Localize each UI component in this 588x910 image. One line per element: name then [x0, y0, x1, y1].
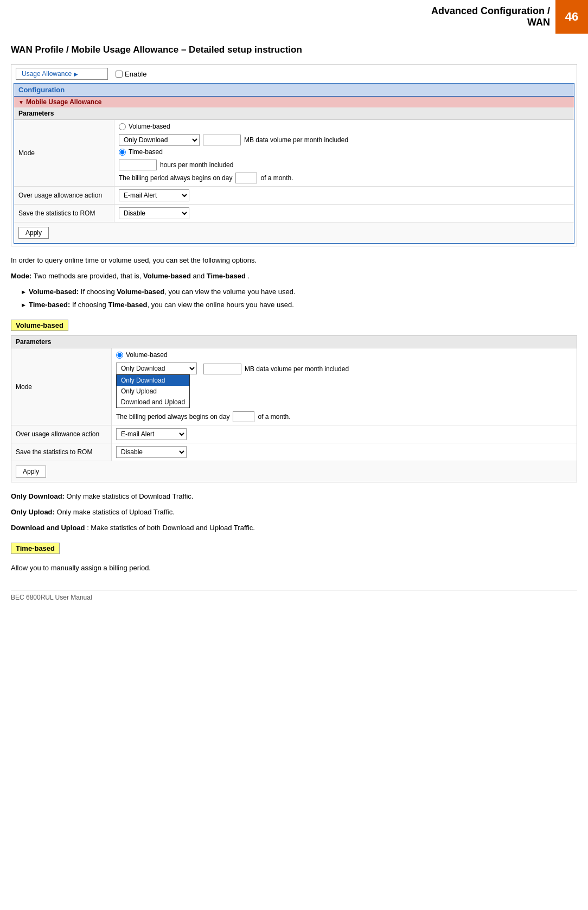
- save-stats-row: Save the statistics to ROM Disable Enabl…: [14, 205, 574, 222]
- collapse-arrow-icon: ▼: [18, 99, 24, 105]
- volume-mode-row: Mode Volume-based Only Download Only Upl…: [11, 348, 577, 425]
- download-upload-desc: Download and Upload : Make statistics of…: [11, 523, 577, 534]
- page-number: 46: [555, 0, 588, 34]
- dropdown-container: Only Download Only Upload Download and U…: [116, 362, 197, 374]
- hours-input[interactable]: 720: [119, 160, 157, 170]
- volume-mode-select2[interactable]: Only Download Only Upload Download and U…: [116, 362, 197, 374]
- volume-options-row: Only Download Only Upload Download and U…: [119, 134, 570, 146]
- volume-radio2[interactable]: [116, 352, 123, 359]
- save-stats-label: Save the statistics to ROM: [14, 205, 114, 222]
- enable-checkbox[interactable]: [116, 71, 123, 78]
- arrow-icon: ▶: [74, 71, 78, 77]
- only-download-desc: Only Download: Only make statistics of D…: [11, 491, 577, 502]
- only-upload-bold: Only Upload:: [11, 508, 55, 516]
- only-upload-desc: Only Upload: Only make statistics of Upl…: [11, 507, 577, 518]
- volume-based-section: Volume-based Parameters Mode Volume-base…: [11, 320, 577, 533]
- billing-day-row2: The billing period always begins on day …: [116, 411, 572, 422]
- volume-radio2-row: Volume-based: [116, 351, 572, 359]
- dropdown-list: Only Download Only Upload Download and U…: [116, 374, 190, 408]
- volume-mode-select[interactable]: Only Download Only Upload Download and U…: [119, 134, 200, 146]
- dd-item-download-upload[interactable]: Download and Upload: [117, 397, 189, 408]
- save-stats-value2: Disable Enable: [112, 443, 577, 461]
- only-upload-text: Only make statistics of Upload Traffic.: [57, 508, 175, 516]
- time-based-label: Time-based: [11, 543, 60, 554]
- volume-mode-value: Volume-based Only Download Only Upload D…: [112, 348, 577, 425]
- intro-text: In order to query online time or volume …: [11, 255, 577, 266]
- params-header: Parameters: [14, 107, 574, 120]
- save-stats-select2[interactable]: Disable Enable: [116, 446, 187, 458]
- time-radio-row: Time-based: [119, 148, 570, 156]
- volume-panel: Parameters Mode Volume-based Only Downlo…: [11, 335, 577, 482]
- save-stats-row2: Save the statistics to ROM Disable Enabl…: [11, 443, 577, 461]
- over-usage-value2: E-mail Alert Block None: [112, 425, 577, 443]
- time-list-item: Time-based: If choosing Time-based, you …: [22, 300, 577, 311]
- volume-based-radio[interactable]: [119, 123, 126, 130]
- page-main-title: WAN Profile / Mobile Usage Allowance – D…: [11, 44, 577, 55]
- mode-list: Volume-based: If choosing Volume-based, …: [11, 287, 577, 311]
- desc-section-1: In order to query online time or volume …: [11, 255, 577, 311]
- billing-day-row: The billing period always begins on day …: [119, 173, 570, 183]
- download-upload-text: : Make statistics of both Download and U…: [87, 524, 255, 532]
- over-usage-label2: Over usage allowance action: [11, 425, 112, 443]
- page-header: Advanced Configuration / WAN 46: [0, 0, 588, 34]
- over-usage-row: Over usage allowance action E-mail Alert…: [14, 187, 574, 205]
- footer-text: BEC 6800RUL User Manual: [11, 594, 92, 601]
- save-stats-label2: Save the statistics to ROM: [11, 443, 112, 461]
- volume-dropdown-row: Only Download Only Upload Download and U…: [116, 362, 572, 374]
- save-stats-value: Disable Enable: [114, 205, 574, 222]
- usage-allowance-button[interactable]: Usage Allowance ▶: [16, 68, 108, 80]
- mb-volume-input[interactable]: [203, 135, 241, 145]
- download-upload-bold: Download and Upload: [11, 524, 85, 532]
- apply-button[interactable]: Apply: [18, 227, 49, 239]
- main-content: WAN Profile / Mobile Usage Allowance – D…: [0, 39, 588, 612]
- over-usage-row2: Over usage allowance action E-mail Alert…: [11, 425, 577, 443]
- over-usage-select-row2: E-mail Alert Block None: [116, 428, 572, 440]
- mb-input-row: MB data volume per month included: [203, 362, 349, 374]
- mode-bold: Mode:: [11, 272, 31, 280]
- time-based-desc: Allow you to manually assign a billing p…: [11, 563, 577, 574]
- params-container: Parameters Mode Volume-based: [14, 107, 574, 222]
- apply-button2[interactable]: Apply: [16, 466, 46, 478]
- volume-list-item: Volume-based: If choosing Volume-based, …: [22, 287, 577, 298]
- footer: BEC 6800RUL User Manual: [11, 590, 577, 601]
- volume-bold-inline: Volume-based: [143, 272, 191, 280]
- time-options-row: 720 hours per month included: [119, 160, 570, 170]
- apply-row: Apply: [14, 222, 574, 243]
- time-based-radio[interactable]: [119, 149, 126, 156]
- billing-day-input2[interactable]: 1: [233, 411, 254, 422]
- config-header: Configuration: [14, 84, 574, 97]
- over-usage-select[interactable]: E-mail Alert Block None: [119, 189, 189, 201]
- over-usage-select-row: E-mail Alert Block None: [119, 189, 570, 201]
- over-usage-value: E-mail Alert Block None: [114, 187, 574, 204]
- ua-header-row: Usage Allowance ▶ Enable: [11, 65, 577, 83]
- mode-row: Mode Volume-based Only Download Only Upl…: [14, 120, 574, 187]
- over-usage-label: Over usage allowance action: [14, 187, 114, 204]
- header-title: Advanced Configuration / WAN: [0, 0, 555, 34]
- billing-day-input[interactable]: 1: [235, 173, 257, 183]
- usage-allowance-panel: Usage Allowance ▶ Enable Configuration ▼…: [11, 64, 577, 246]
- apply-row2: Apply: [11, 461, 577, 482]
- volume-mode-label: Mode: [11, 348, 112, 425]
- time-based-section: Time-based Allow you to manually assign …: [11, 543, 577, 574]
- mode-intro-text: Mode: Two methods are provided, that is,…: [11, 271, 577, 282]
- dropdown-desc: Only Download: Only make statistics of D…: [11, 491, 577, 533]
- volume-radio-row: Volume-based: [119, 123, 570, 130]
- save-stats-select[interactable]: Disable Enable: [119, 207, 189, 219]
- enable-checkbox-label[interactable]: Enable: [116, 70, 146, 78]
- over-usage-select2[interactable]: E-mail Alert Block None: [116, 428, 187, 440]
- mode-label: Mode: [14, 120, 114, 186]
- mb-volume-input2[interactable]: [203, 364, 241, 374]
- mobile-usage-header: ▼ Mobile Usage Allowance: [14, 97, 574, 107]
- only-download-bold: Only Download:: [11, 492, 65, 500]
- volume-based-label: Volume-based: [11, 320, 68, 331]
- only-download-text: Only make statistics of Download Traffic…: [67, 492, 194, 500]
- save-stats-select-row2: Disable Enable: [116, 446, 572, 458]
- volume-params-header: Parameters: [11, 336, 577, 348]
- mobile-usage-section: ▼ Mobile Usage Allowance Parameters Mode…: [14, 97, 574, 243]
- time-bold-inline: Time-based: [207, 272, 246, 280]
- save-stats-select-row: Disable Enable: [119, 207, 570, 219]
- config-section: Configuration ▼ Mobile Usage Allowance P…: [14, 83, 574, 244]
- dd-item-only-upload[interactable]: Only Upload: [117, 386, 189, 397]
- dd-item-only-download[interactable]: Only Download: [117, 375, 189, 386]
- mode-value: Volume-based Only Download Only Upload D…: [114, 120, 574, 186]
